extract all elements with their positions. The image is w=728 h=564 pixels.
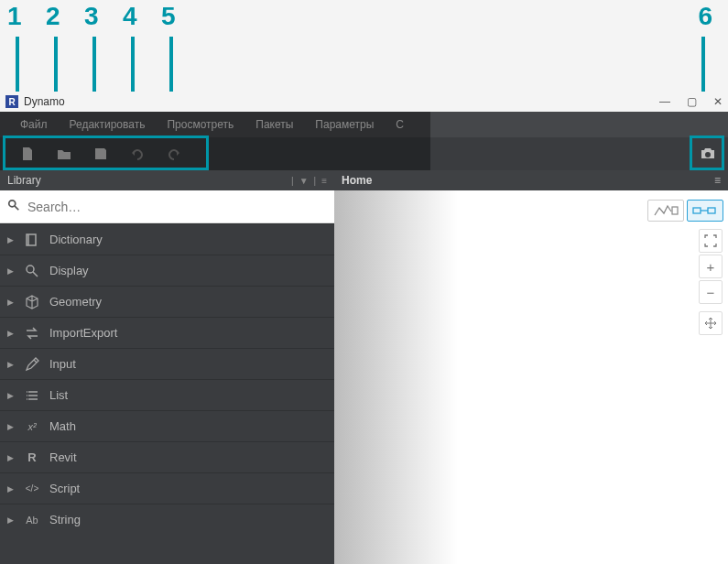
library-item-math[interactable]: ▶ x² Math (0, 410, 334, 441)
chevron-right-icon: ▶ (7, 453, 15, 462)
title-bar: R Dynamo (0, 92, 728, 112)
library-list: ▶ Dictionary ▶ Display ▶ Geometry ▶ Impo… (0, 223, 334, 564)
close-button[interactable]: ✕ (713, 95, 723, 108)
screenshot-button[interactable] (695, 143, 721, 165)
chevron-right-icon: ▶ (7, 235, 15, 244)
library-item-dictionary[interactable]: ▶ Dictionary (0, 223, 334, 255)
toolbar (0, 137, 728, 170)
save-file-button[interactable] (82, 137, 119, 170)
library-item-script[interactable]: ▶ </> Script (0, 472, 334, 504)
svg-rect-5 (693, 208, 701, 213)
chevron-right-icon: ▶ (7, 298, 15, 307)
library-item-geometry[interactable]: ▶ Geometry (0, 286, 334, 317)
annotation-6: 6 (698, 2, 712, 31)
cube-icon (24, 294, 40, 310)
library-item-revit[interactable]: ▶ R Revit (0, 441, 334, 472)
canvas[interactable] (334, 190, 728, 564)
library-item-label: Geometry (49, 295, 102, 309)
new-file-button[interactable] (9, 137, 46, 170)
chevron-right-icon: ▶ (7, 422, 15, 431)
library-title: Library (7, 174, 41, 187)
minimize-button[interactable]: — (659, 95, 670, 108)
annotation-1: 1 (7, 2, 22, 31)
svg-point-2 (27, 266, 34, 273)
library-pin-toggle[interactable]: | (291, 176, 294, 186)
app-icon: R (5, 95, 18, 108)
library-item-string[interactable]: ▶ Ab String (0, 504, 334, 535)
library-item-label: Script (49, 482, 80, 495)
library-item-label: Math (49, 419, 76, 433)
chevron-right-icon: ▶ (7, 391, 15, 400)
library-item-label: Display (49, 264, 89, 277)
window-title: Dynamo (24, 95, 65, 108)
canvas-menu-icon[interactable]: ≡ (714, 174, 721, 187)
library-layout-icon[interactable]: | (314, 176, 317, 186)
library-item-label: List (49, 388, 68, 402)
list-icon (24, 387, 40, 404)
menu-packages[interactable]: Пакеты (244, 112, 304, 137)
library-item-label: Input (49, 357, 76, 371)
library-list-icon[interactable]: ≡ (321, 176, 327, 186)
library-item-label: ImportExport (49, 326, 117, 340)
annotation-3: 3 (84, 2, 99, 31)
library-item-importexport[interactable]: ▶ ImportExport (0, 317, 334, 348)
library-item-label: String (49, 513, 81, 526)
breadcrumb-home[interactable]: Home (342, 174, 372, 187)
svg-line-1 (15, 205, 18, 209)
window-controls: — ▢ ✕ (659, 92, 723, 112)
open-file-button[interactable] (46, 137, 82, 170)
library-item-label: Revit (49, 450, 77, 464)
search-icon (7, 199, 20, 215)
zoom-controls: + − (699, 229, 723, 335)
pencil-icon (24, 356, 40, 373)
geometry-view-toggle[interactable] (647, 200, 684, 222)
chevron-right-icon: ▶ (7, 360, 15, 369)
menu-edit[interactable]: Редактировать (59, 112, 157, 137)
annotation-2: 2 (46, 2, 60, 31)
graph-view-toggle[interactable] (687, 200, 723, 222)
svg-point-0 (9, 200, 16, 206)
code-icon: </> (24, 481, 40, 497)
math-icon: x² (24, 418, 40, 435)
chevron-right-icon: ▶ (7, 266, 15, 276)
search-input[interactable] (27, 200, 334, 214)
zoom-in-button[interactable]: + (699, 255, 723, 278)
svg-rect-6 (708, 208, 715, 213)
undo-button[interactable] (119, 137, 156, 170)
library-filter-icon[interactable]: ▼ (299, 176, 309, 186)
library-item-label: Dictionary (49, 233, 103, 246)
zoom-fit-button[interactable] (699, 229, 723, 253)
revit-icon: R (24, 450, 40, 466)
chevron-right-icon: ▶ (7, 484, 15, 494)
redo-button[interactable] (156, 137, 192, 170)
search-bar (0, 190, 334, 223)
svg-rect-4 (672, 207, 678, 214)
library-item-input[interactable]: ▶ Input (0, 348, 334, 379)
chevron-right-icon: ▶ (7, 329, 15, 338)
swap-icon (24, 325, 40, 342)
library-item-display[interactable]: ▶ Display (0, 255, 334, 286)
zoom-out-button[interactable]: − (699, 280, 723, 304)
maximize-button[interactable]: ▢ (687, 95, 697, 108)
canvas-breadcrumb: Home ≡ (334, 170, 728, 190)
library-header: Library | ▼ | ≡ (0, 170, 334, 190)
magnify-icon (24, 263, 40, 279)
text-icon: Ab (24, 512, 40, 528)
book-icon (24, 232, 40, 248)
pan-button[interactable] (699, 311, 723, 335)
menu-view[interactable]: Просмотреть (156, 112, 244, 137)
menu-params[interactable]: Параметры (304, 112, 385, 137)
svg-line-3 (33, 272, 38, 277)
menu-file[interactable]: Файл (9, 112, 59, 137)
menu-help[interactable]: С (385, 112, 415, 137)
annotation-5: 5 (161, 2, 176, 31)
annotation-4: 4 (123, 2, 137, 31)
menu-bar: Файл Редактировать Просмотреть Пакеты Па… (0, 112, 728, 137)
library-item-list[interactable]: ▶ List (0, 379, 334, 410)
chevron-right-icon: ▶ (7, 515, 15, 525)
